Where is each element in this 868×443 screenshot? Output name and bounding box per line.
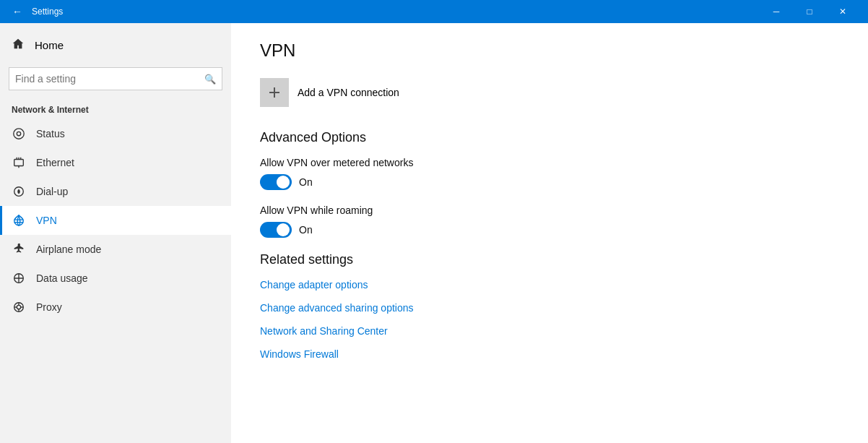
toggle-roaming-group: On xyxy=(260,222,839,238)
sidebar-item-ethernet[interactable]: Ethernet xyxy=(0,148,231,177)
add-vpn-label: Add a VPN connection xyxy=(298,87,399,98)
link-firewall[interactable]: Windows Firewall xyxy=(260,348,839,360)
toggle-metered-state: On xyxy=(299,176,313,188)
svg-rect-2 xyxy=(14,160,24,166)
titlebar: ← Settings ─ □ ✕ xyxy=(0,0,868,23)
status-icon xyxy=(12,126,26,141)
ethernet-icon xyxy=(12,155,26,170)
data-icon xyxy=(12,271,26,285)
search-icon: 🔍 xyxy=(204,74,216,85)
link-change-adapter[interactable]: Change adapter options xyxy=(260,279,839,291)
window-controls: ─ □ ✕ xyxy=(760,0,859,23)
sidebar-item-vpn[interactable]: VPN xyxy=(0,206,231,235)
svg-point-0 xyxy=(14,129,24,139)
sidebar-label-vpn: VPN xyxy=(36,215,57,226)
minimize-button[interactable]: ─ xyxy=(760,0,793,23)
sidebar-label-data: Data usage xyxy=(36,272,88,284)
add-vpn-icon xyxy=(260,78,289,107)
svg-point-12 xyxy=(17,305,20,309)
sidebar-label-status: Status xyxy=(36,128,65,139)
toggle-roaming-label: Allow VPN while roaming xyxy=(260,205,839,216)
home-icon xyxy=(12,38,25,53)
back-button[interactable]: ← xyxy=(9,3,26,20)
sidebar-category: Network & Internet xyxy=(0,99,231,119)
toggle-roaming-switch[interactable] xyxy=(260,222,292,238)
link-change-sharing[interactable]: Change advanced sharing options xyxy=(260,302,839,314)
content-area: VPN Add a VPN connection Advanced Option… xyxy=(231,23,868,443)
toggle-vpn-roaming: Allow VPN while roaming On xyxy=(260,205,839,238)
toggle-metered-group: On xyxy=(260,174,839,190)
page-title: VPN xyxy=(260,40,839,61)
airplane-icon xyxy=(12,242,26,257)
advanced-options-title: Advanced Options xyxy=(260,130,839,145)
window-title: Settings xyxy=(32,7,760,17)
close-button[interactable]: ✕ xyxy=(826,0,859,23)
related-settings-title: Related settings xyxy=(260,252,839,267)
sidebar-item-status[interactable]: Status xyxy=(0,119,231,148)
proxy-icon xyxy=(12,300,26,314)
sidebar-item-airplane[interactable]: Airplane mode xyxy=(0,235,231,264)
sidebar: Home 🔍 Network & Internet Status Etherne… xyxy=(0,23,231,443)
add-vpn-button[interactable]: Add a VPN connection xyxy=(260,78,839,107)
toggle-metered-label: Allow VPN over metered networks xyxy=(260,157,839,168)
vpn-icon xyxy=(12,213,26,228)
sidebar-label-ethernet: Ethernet xyxy=(36,157,74,168)
app-body: Home 🔍 Network & Internet Status Etherne… xyxy=(0,23,868,443)
sidebar-item-dialup[interactable]: Dial-up xyxy=(0,177,231,206)
link-network-center[interactable]: Network and Sharing Center xyxy=(260,325,839,337)
home-label: Home xyxy=(35,39,64,51)
toggle-roaming-state: On xyxy=(299,224,313,236)
sidebar-label-airplane: Airplane mode xyxy=(36,244,101,255)
sidebar-label-proxy: Proxy xyxy=(36,301,62,313)
sidebar-item-home[interactable]: Home xyxy=(0,29,231,61)
dialup-icon xyxy=(12,184,26,199)
maximize-button[interactable]: □ xyxy=(793,0,826,23)
sidebar-label-dialup: Dial-up xyxy=(36,186,68,197)
search-box[interactable]: 🔍 xyxy=(9,67,222,90)
toggle-vpn-metered: Allow VPN over metered networks On xyxy=(260,157,839,190)
sidebar-item-proxy[interactable]: Proxy xyxy=(0,293,231,322)
svg-point-1 xyxy=(17,132,20,135)
search-input[interactable] xyxy=(15,73,204,85)
sidebar-item-data[interactable]: Data usage xyxy=(0,264,231,293)
toggle-metered-switch[interactable] xyxy=(260,174,292,190)
